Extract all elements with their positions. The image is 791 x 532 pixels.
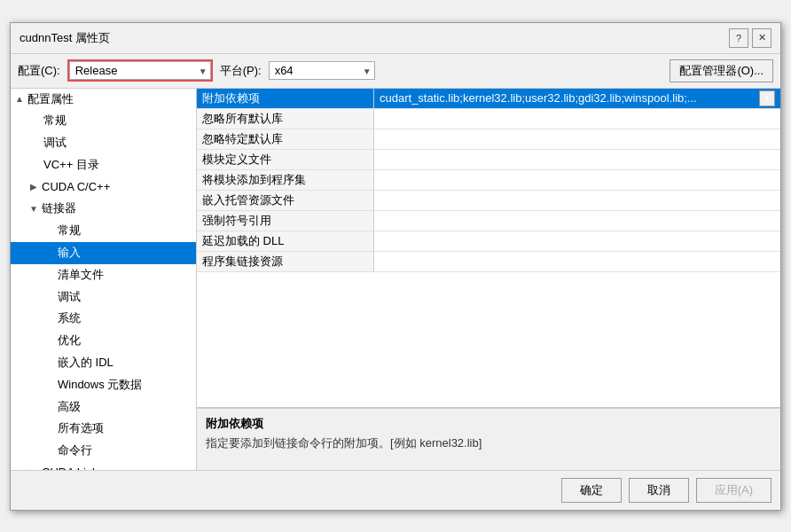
prop-value-force-symbol [374,211,780,231]
title-controls: ? ✕ [729,28,771,48]
description-panel: 附加依赖项 指定要添加到链接命令行的附加项。[例如 kernel32.lib] [197,408,780,470]
tree-item-linker-input[interactable]: 输入 [11,242,196,264]
prop-row-ignore-specific-libs[interactable]: 忽略特定默认库 [197,129,780,150]
tree-item-label: 常规 [58,222,81,240]
tree-item-linker-system[interactable]: 系统 [11,308,196,330]
prop-row-add-to-program[interactable]: 将模块添加到程序集 [197,170,780,191]
tree-item-label: 调试 [58,288,81,307]
prop-value-module-def [374,150,780,169]
description-text: 指定要添加到链接命令行的附加项。[例如 kernel32.lib] [206,435,771,451]
config-select-wrapper: Release ▼ [67,59,213,82]
ok-button[interactable]: 确定 [561,478,622,503]
close-button[interactable]: ✕ [752,28,771,48]
config-bar: 配置(C): Release ▼ 平台(P): x64 ▼ 配置管理器(O)..… [11,54,780,89]
tree-item-cuda-cpp[interactable]: ▶CUDA C/C++ [11,176,196,199]
tree-item-linker-advanced[interactable]: 高级 [11,396,196,419]
footer: 确定 取消 应用(A) [11,470,780,510]
tree-item-label: 嵌入的 IDL [58,354,114,372]
prop-name-add-to-program: 将模块添加到程序集 [197,170,374,190]
tree-item-label: 输入 [58,244,81,262]
prop-name-force-symbol: 强制符号引用 [197,211,374,231]
platform-label: 平台(P): [220,63,262,79]
tree-item-general[interactable]: 常规 [11,110,196,132]
tree-item-label: VC++ 目录 [43,156,99,175]
prop-value-text-additional-deps: cudart_static.lib;kernel32.lib;user32.li… [380,91,757,105]
prop-name-delay-load-dll: 延迟加载的 DLL [197,231,374,251]
prop-row-force-symbol[interactable]: 强制符号引用 [197,211,780,231]
tree-item-linker-cmdline[interactable]: 命令行 [11,440,196,462]
tree-item-linker-optimize[interactable]: 优化 [11,330,196,352]
tree-item-label: CUDA C/C++ [42,178,110,197]
cancel-button[interactable]: 取消 [629,478,689,503]
prop-row-assembly-link-res[interactable]: 程序集链接资源 [197,252,780,272]
prop-value-ignore-default-libs [374,109,780,129]
expander-icon: ▶ [28,180,39,194]
dialog-title: cudnnTest 属性页 [20,30,110,46]
tree-item-linker[interactable]: ▼链接器 [11,198,196,220]
tree-item-config-props[interactable]: ▲配置属性 [11,89,196,111]
prop-row-module-def[interactable]: 模块定义文件 [197,150,780,170]
tree-item-label: 所有选项 [58,419,104,438]
config-label: 配置(C): [18,63,60,79]
prop-value-embed-managed [374,191,780,210]
prop-row-ignore-default-libs[interactable]: 忽略所有默认库 [197,109,780,129]
prop-row-embed-managed[interactable]: 嵌入托管资源文件 [197,191,780,211]
prop-row-delay-load-dll[interactable]: 延迟加载的 DLL [197,231,780,252]
tree-item-label: 常规 [43,112,67,130]
help-button[interactable]: ? [729,28,748,48]
tree-item-label: Windows 元数据 [58,376,142,395]
tree-item-label: 高级 [58,398,81,417]
platform-select[interactable]: x64 [269,61,375,80]
prop-value-dropdown-btn-additional-deps[interactable]: ▼ [759,90,775,106]
tree-item-linker-general[interactable]: 常规 [11,220,196,242]
prop-value-add-to-program [374,170,780,190]
config-mgr-button[interactable]: 配置管理器(O)... [670,59,773,82]
platform-select-wrapper: x64 ▼ [269,61,375,80]
prop-name-module-def: 模块定义文件 [197,150,374,169]
tree-item-label: 配置属性 [27,90,74,109]
description-title: 附加依赖项 [206,416,771,432]
tree-panel: ▲配置属性常规调试VC++ 目录▶CUDA C/C++▼链接器常规输入清单文件调… [11,89,197,470]
tree-item-linker-idl[interactable]: 嵌入的 IDL [11,352,196,374]
tree-item-label: 优化 [58,332,81,350]
title-bar: cudnnTest 属性页 ? ✕ [11,23,780,54]
tree-item-linker-manifest[interactable]: 清单文件 [11,264,196,286]
prop-value-additional-deps[interactable]: cudart_static.lib;kernel32.lib;user32.li… [374,89,780,108]
tree-item-cuda-linker[interactable]: ▶CUDA Linker [11,462,196,469]
apply-button[interactable]: 应用(A) [696,478,771,503]
prop-name-embed-managed: 嵌入托管资源文件 [197,191,374,210]
prop-name-ignore-default-libs: 忽略所有默认库 [197,109,374,129]
tree-item-label: 命令行 [58,442,92,460]
tree-item-linker-debug[interactable]: 调试 [11,286,196,309]
config-select[interactable]: Release [69,61,211,80]
tree-item-debug[interactable]: 调试 [11,132,196,154]
tree-item-label: 系统 [58,309,81,328]
expander-icon: ▲ [14,92,25,106]
tree-item-label: 清单文件 [58,266,104,285]
prop-name-assembly-link-res: 程序集链接资源 [197,252,374,271]
prop-row-additional-deps[interactable]: 附加依赖项cudart_static.lib;kernel32.lib;user… [197,89,780,109]
tree-item-label: 调试 [43,134,67,153]
dialog: cudnnTest 属性页 ? ✕ 配置(C): Release ▼ 平台(P)… [10,22,781,511]
right-panel: 附加依赖项cudart_static.lib;kernel32.lib;user… [197,89,780,470]
expander-icon: ▼ [28,202,39,216]
expander-icon: ▶ [28,466,39,469]
prop-value-delay-load-dll [374,231,780,251]
prop-name-ignore-specific-libs: 忽略特定默认库 [197,129,374,149]
tree-item-label: CUDA Linker [42,464,108,469]
properties-table: 附加依赖项cudart_static.lib;kernel32.lib;user… [197,89,780,408]
main-content: ▲配置属性常规调试VC++ 目录▶CUDA C/C++▼链接器常规输入清单文件调… [11,89,780,470]
prop-value-ignore-specific-libs [374,129,780,149]
tree-item-linker-all[interactable]: 所有选项 [11,418,196,440]
tree-item-vc-dirs[interactable]: VC++ 目录 [11,154,196,176]
prop-value-assembly-link-res [374,252,780,271]
prop-name-additional-deps: 附加依赖项 [197,89,374,108]
tree-item-linker-winmeta[interactable]: Windows 元数据 [11,374,196,396]
tree-item-label: 链接器 [42,200,76,218]
